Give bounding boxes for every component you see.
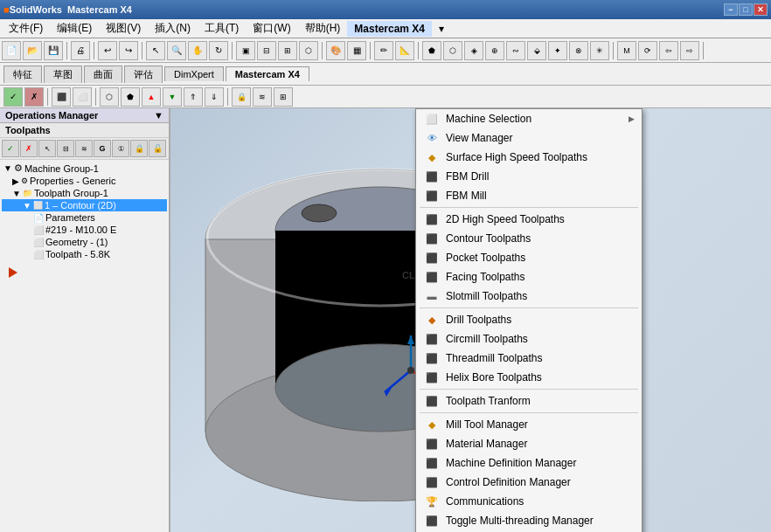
rotate-btn[interactable]: ↻ <box>209 41 228 60</box>
extra9[interactable]: ✳ <box>590 41 609 60</box>
menu-window[interactable]: 窗口(W) <box>246 19 297 38</box>
ops-manager-arrow[interactable]: ▼ <box>154 110 163 121</box>
close-button[interactable]: ✕ <box>754 3 768 16</box>
tab-evaluate[interactable]: 评估 <box>124 66 163 83</box>
extra12[interactable]: ⇦ <box>659 41 678 60</box>
dd-2d-hs[interactable]: ⬛ 2D High Speed Toolpaths <box>416 210 642 229</box>
wire-btn[interactable]: ▦ <box>347 41 366 60</box>
dd-facing[interactable]: ⬛ Facing Toolpaths <box>416 267 642 287</box>
save-btn[interactable]: 💾 <box>44 41 63 60</box>
ops-x[interactable]: ✗ <box>20 140 38 157</box>
dd-threading[interactable]: ⬛ Toggle Multi-threading Manager <box>416 511 642 530</box>
view-right[interactable]: ⊞ <box>278 41 297 60</box>
ops-wave[interactable]: ≋ <box>75 140 93 157</box>
ops-btn7[interactable]: ⇑ <box>184 87 203 107</box>
extra8[interactable]: ⊗ <box>569 41 588 60</box>
minimize-button[interactable]: − <box>724 3 738 16</box>
select-btn[interactable]: ↖ <box>146 41 165 60</box>
dd-control-def[interactable]: ⬛ Control Definition Manager <box>416 473 642 492</box>
play-simulation-button[interactable] <box>9 267 17 278</box>
menu-arrow[interactable]: ▾ <box>432 21 451 37</box>
extra13[interactable]: ⇨ <box>680 41 699 60</box>
tree-geometry[interactable]: ⬜ Geometry - (1) <box>2 236 167 248</box>
ops-btn10[interactable]: ≋ <box>253 87 272 107</box>
dd-surface-hs[interactable]: ◆ Surface High Speed Toolpaths <box>416 148 642 167</box>
tab-surface[interactable]: 曲面 <box>84 66 122 83</box>
ops-btn9[interactable]: 🔒 <box>232 87 251 107</box>
maximize-button[interactable]: □ <box>739 3 753 16</box>
ops-checkmark[interactable]: ✓ <box>2 140 19 157</box>
menu-edit[interactable]: 编辑(E) <box>50 19 99 38</box>
ops-btn4[interactable]: ⬟ <box>121 87 140 107</box>
dd-fbm-drill[interactable]: ⬛ FBM Drill <box>416 167 642 186</box>
sketch-btn[interactable]: ✏ <box>374 41 393 60</box>
pan-btn[interactable]: ✋ <box>188 41 207 60</box>
menu-tools[interactable]: 工具(T) <box>198 19 246 38</box>
dd-machine-selection[interactable]: ⬜ Machine Selection ▶ <box>416 109 642 128</box>
menu-file[interactable]: 文件(F) <box>2 19 50 38</box>
view-iso[interactable]: ⬡ <box>299 41 318 60</box>
ops-btn2[interactable]: ⬜ <box>73 87 92 107</box>
extra7[interactable]: ✦ <box>548 41 567 60</box>
zoom-btn[interactable]: 🔍 <box>167 41 186 60</box>
view-front[interactable]: ▣ <box>236 41 255 60</box>
ops-btn8[interactable]: ⇓ <box>205 87 224 107</box>
extra11[interactable]: ⟳ <box>638 41 657 60</box>
viewport-3d[interactable]: CL ⬜ Machine Selection ▶ 👁 View Manager … <box>170 108 771 532</box>
ops-btn5[interactable]: ▲ <box>142 87 161 107</box>
ops-btn11[interactable]: ⊞ <box>274 87 293 107</box>
tab-dimxpert[interactable]: DimXpert <box>164 66 224 81</box>
dd-material-mgr[interactable]: ⬛ Material Manager <box>416 434 642 453</box>
ops-btn6[interactable]: ▼ <box>163 87 182 107</box>
display-btn[interactable]: 🎨 <box>326 41 345 60</box>
new-btn[interactable]: 📄 <box>2 41 21 60</box>
dd-threadmill[interactable]: ⬛ Threadmill Toolpaths <box>416 349 642 368</box>
dd-view-manager[interactable]: 👁 View Manager <box>416 128 642 148</box>
tree-tool[interactable]: ⬜ #219 - M10.00 E <box>2 224 167 236</box>
dd-comms[interactable]: 🏆 Communications <box>416 492 642 511</box>
undo-btn[interactable]: ↩ <box>98 41 117 60</box>
ops-btn1[interactable]: ⬛ <box>52 87 71 107</box>
tab-features[interactable]: 特征 <box>3 66 42 83</box>
smart-btn[interactable]: 📐 <box>395 41 414 60</box>
tree-toolpath-group[interactable]: ▼ 📁 Toolpath Group-1 <box>2 187 167 199</box>
dd-pocket[interactable]: ⬛ Pocket Toolpaths <box>416 248 642 267</box>
ok-btn[interactable]: ✓ <box>3 87 23 107</box>
tab-sketch[interactable]: 草图 <box>44 66 82 83</box>
menu-view[interactable]: 视图(V) <box>99 19 148 38</box>
dd-mill-tool-mgr[interactable]: ◆ Mill Tool Manager <box>416 415 642 434</box>
dd-slotmill[interactable]: ▬ Slotmill Toolpaths <box>416 287 642 306</box>
ops-g[interactable]: G <box>94 140 111 157</box>
tree-toolpath[interactable]: ⬜ Toolpath - 5.8K <box>2 248 167 260</box>
extra2[interactable]: ⬡ <box>443 41 462 60</box>
dd-machine-def[interactable]: ⬛ Machine Definition Manager <box>416 453 642 473</box>
dd-contour[interactable]: ⬛ Contour Toolpaths <box>416 229 642 248</box>
extra1[interactable]: ⬟ <box>422 41 441 60</box>
tree-parameters[interactable]: 📄 Parameters <box>2 211 167 224</box>
extra3[interactable]: ◈ <box>464 41 483 60</box>
extra5[interactable]: ∾ <box>506 41 525 60</box>
extra6[interactable]: ⬙ <box>527 41 546 60</box>
ops-unlock[interactable]: 🔓 <box>149 140 166 157</box>
cancel-btn[interactable]: ✗ <box>24 87 44 107</box>
dd-drill[interactable]: ◆ Drill Toolpaths <box>416 310 642 329</box>
print-btn[interactable]: 🖨 <box>71 41 90 60</box>
ops-sel[interactable]: ↖ <box>38 140 56 157</box>
extra4[interactable]: ⊕ <box>485 41 504 60</box>
tree-properties[interactable]: ▶ ⚙ Properties - Generic <box>2 175 167 187</box>
ops-btn3[interactable]: ⬡ <box>100 87 119 107</box>
tab-mastercam[interactable]: Mastercam X4 <box>226 66 309 81</box>
redo-btn[interactable]: ↪ <box>119 41 138 60</box>
menu-mastercam[interactable]: Mastercam X4 <box>347 21 432 37</box>
ops-1[interactable]: ① <box>112 140 129 157</box>
tree-contour[interactable]: ▼ ⬜ 1 – Contour (2D) <box>2 199 167 211</box>
open-btn[interactable]: 📂 <box>23 41 42 60</box>
dd-fbm-mill[interactable]: ⬛ FBM Mill <box>416 186 642 205</box>
menu-help[interactable]: 帮助(H) <box>298 19 348 38</box>
ops-lock[interactable]: 🔒 <box>130 140 148 157</box>
dd-transform[interactable]: ⬛ Toolpath Tranform <box>416 391 642 411</box>
menu-insert[interactable]: 插入(N) <box>148 19 198 38</box>
view-top[interactable]: ⊟ <box>257 41 276 60</box>
dd-circmill[interactable]: ⬛ Circmill Toolpaths <box>416 329 642 349</box>
extra10[interactable]: M <box>617 41 636 60</box>
